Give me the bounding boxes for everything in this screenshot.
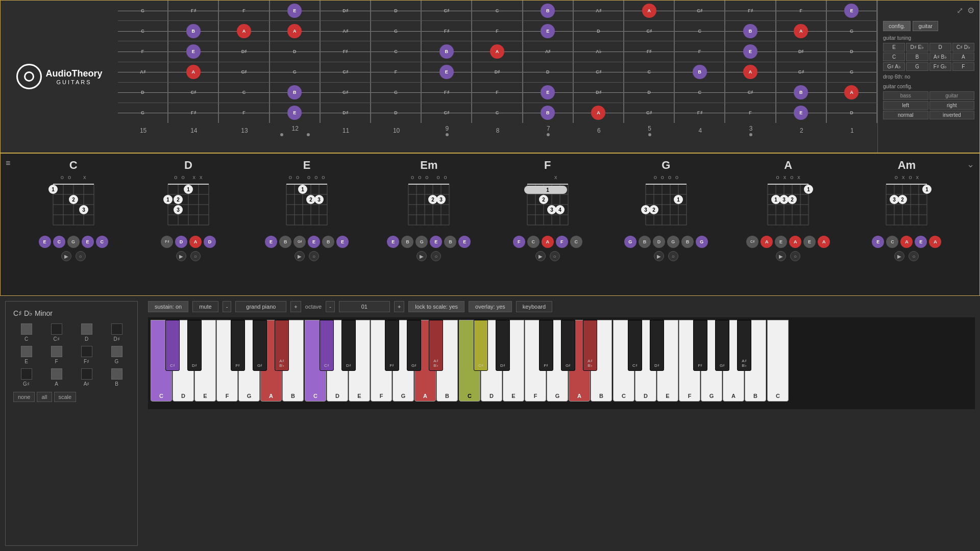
fret-note[interactable]: B xyxy=(675,62,725,82)
fret-note[interactable]: B xyxy=(523,103,574,123)
note-checkbox-F[interactable] xyxy=(51,346,62,357)
fret-note[interactable]: D xyxy=(371,1,422,20)
gc-right[interactable]: right xyxy=(929,101,975,110)
gc-bass[interactable]: bass xyxy=(883,91,928,100)
fret-note[interactable]: G xyxy=(118,1,168,20)
octave-decrement-button[interactable]: - xyxy=(326,301,335,312)
gc-left[interactable]: left xyxy=(883,101,928,110)
loop-button[interactable]: ○ xyxy=(190,251,201,261)
fret-note[interactable]: D♯ xyxy=(321,1,371,20)
gc-guitar[interactable]: guitar xyxy=(929,91,975,100)
octave-increment-button[interactable]: + xyxy=(394,301,404,312)
fret-note[interactable]: E xyxy=(270,1,321,20)
fret-note[interactable]: A xyxy=(776,21,827,41)
tuning-cell[interactable]: B xyxy=(906,53,928,61)
fret-note[interactable]: C♯ xyxy=(624,21,675,41)
fret-note[interactable]: E xyxy=(270,103,321,123)
piano-key-Fs5[interactable]: F♯ xyxy=(539,320,553,371)
fret-note[interactable]: G xyxy=(371,21,422,41)
fret-note[interactable]: G♯ xyxy=(321,83,371,103)
piano-key-C7[interactable]: C xyxy=(767,320,789,402)
piano-key-Fs3[interactable]: F♯ xyxy=(231,320,245,371)
instrument-increment-button[interactable]: + xyxy=(290,301,301,312)
fret-note[interactable]: A xyxy=(827,83,877,103)
fret-note[interactable]: G xyxy=(371,83,422,103)
config-tab-button[interactable]: config. xyxy=(883,21,911,31)
fret-note[interactable]: E xyxy=(422,62,472,82)
fret-note[interactable]: F♯ xyxy=(624,41,675,61)
fret-note[interactable]: F xyxy=(219,103,270,123)
fret-note[interactable]: C♯ xyxy=(168,83,219,103)
fret-note[interactable]: C♯ xyxy=(574,62,624,82)
loop-button[interactable]: ○ xyxy=(76,251,86,261)
fret-note[interactable]: F♯ xyxy=(675,103,725,123)
piano-key-Fs4[interactable]: F♯ xyxy=(385,320,399,371)
tuning-cell[interactable]: F♯ G♭ xyxy=(929,62,951,71)
fret-note[interactable]: C xyxy=(675,83,725,103)
fret-note[interactable]: B xyxy=(725,21,776,41)
piano-key-Gs4[interactable]: G♯ xyxy=(407,320,421,371)
fret-note[interactable]: D xyxy=(523,62,574,82)
fret-note[interactable]: C♯ xyxy=(422,1,472,20)
gc-inverted[interactable]: inverted xyxy=(929,111,975,119)
fret-note[interactable]: F xyxy=(219,1,270,20)
menu-button[interactable]: ≡ xyxy=(6,159,10,168)
tuning-cell[interactable]: C xyxy=(883,53,905,61)
play-button[interactable]: ▶ xyxy=(535,251,546,261)
piano-key-Fs6[interactable]: F♯ xyxy=(693,320,707,371)
note-checkbox-A[interactable] xyxy=(51,368,62,380)
fret-note[interactable]: C xyxy=(472,103,523,123)
fret-note[interactable]: F xyxy=(472,21,523,41)
piano-key-Gs3[interactable]: G♯ xyxy=(253,320,267,371)
note-checkbox-Ds[interactable] xyxy=(111,323,122,335)
loop-button[interactable]: ○ xyxy=(431,251,441,261)
fret-note[interactable]: D xyxy=(827,103,877,123)
fret-note[interactable]: B xyxy=(523,1,574,20)
fret-note[interactable]: F xyxy=(118,41,168,61)
fret-note[interactable]: C xyxy=(472,1,523,20)
piano-key-Cs3[interactable]: C♯ xyxy=(165,320,180,371)
piano-key-As5[interactable]: A♯B♭ xyxy=(583,320,597,371)
fret-note[interactable]: F xyxy=(371,62,422,82)
fret-note[interactable]: D♯ xyxy=(776,41,827,61)
fret-note[interactable]: G♯ xyxy=(219,62,270,82)
fret-note[interactable]: A♭ xyxy=(574,41,624,61)
fret-note[interactable]: D♯ xyxy=(219,41,270,61)
fret-note[interactable]: F♯ xyxy=(725,1,776,20)
fret-note[interactable]: D xyxy=(574,21,624,41)
fret-note[interactable]: D xyxy=(118,83,168,103)
fret-note[interactable]: F xyxy=(675,41,725,61)
fret-note[interactable]: D xyxy=(270,41,321,61)
note-checkbox-D[interactable] xyxy=(81,323,92,335)
overlay-button[interactable]: overlay: yes xyxy=(469,301,512,312)
fret-note[interactable]: C xyxy=(675,21,725,41)
settings-icon[interactable]: ⚙ xyxy=(967,6,974,15)
fret-note[interactable]: B xyxy=(270,83,321,103)
fret-note[interactable]: A♯ xyxy=(523,41,574,61)
fret-note[interactable]: F♯ xyxy=(422,21,472,41)
loop-button[interactable]: ○ xyxy=(909,251,919,261)
fret-note[interactable]: A♯ xyxy=(574,1,624,20)
fret-note[interactable]: E xyxy=(725,41,776,61)
expand-icon[interactable]: ⤢ xyxy=(957,6,963,15)
collapse-button[interactable]: ⌄ xyxy=(967,159,974,170)
fret-note[interactable]: A xyxy=(725,62,776,82)
play-button[interactable]: ▶ xyxy=(894,251,904,261)
fret-note[interactable]: G♯ xyxy=(624,103,675,123)
loop-button[interactable]: ○ xyxy=(309,251,319,261)
tuning-cell[interactable]: D xyxy=(929,43,951,52)
fret-note[interactable]: G xyxy=(118,103,168,123)
tuning-cell[interactable]: D♯ E♭ xyxy=(906,43,928,52)
fret-note[interactable]: A xyxy=(219,21,270,41)
keyboard-button[interactable]: keyboard xyxy=(516,301,552,312)
piano-key-Cs5[interactable]: C♯ xyxy=(474,320,488,371)
fret-note[interactable]: A xyxy=(270,21,321,41)
piano-key-Ds6[interactable]: D♯ xyxy=(650,320,664,371)
sustain-button[interactable]: sustain: on xyxy=(148,301,188,312)
fret-note[interactable]: A xyxy=(168,62,219,82)
tuning-cell[interactable]: F xyxy=(952,62,974,71)
piano-key-As3[interactable]: A♯B♭ xyxy=(275,320,289,371)
piano-key-As6[interactable]: A♯B♭ xyxy=(737,320,751,371)
fret-note[interactable]: G♯ xyxy=(675,1,725,20)
fret-note[interactable]: B xyxy=(168,21,219,41)
